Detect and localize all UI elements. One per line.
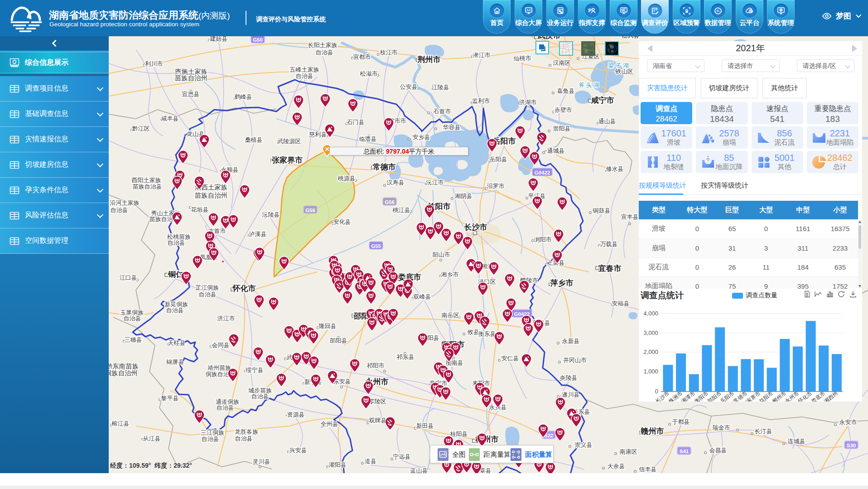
svg-text:长汀县: 长汀县 bbox=[755, 428, 772, 435]
svg-text:黔江区: 黔江区 bbox=[132, 125, 150, 132]
svg-text:潜江市: 潜江市 bbox=[473, 52, 491, 58]
svg-text:汉寿县: 汉寿县 bbox=[387, 179, 405, 186]
svg-text:萍乡市: 萍乡市 bbox=[550, 279, 574, 287]
svg-text:P: P bbox=[588, 8, 591, 13]
svg-text:韶山市: 韶山市 bbox=[432, 251, 450, 258]
svg-text:榕江县: 榕江县 bbox=[111, 420, 130, 427]
svg-text:灵川县: 灵川县 bbox=[253, 458, 270, 465]
svg-text:修水县: 修水县 bbox=[606, 165, 624, 172]
svg-text:全州县: 全州县 bbox=[321, 421, 338, 427]
svg-text:桃江县: 桃江县 bbox=[392, 207, 410, 213]
svg-text:1,000: 1,000 bbox=[643, 368, 658, 375]
svg-text:松滋市: 松滋市 bbox=[360, 70, 378, 77]
svg-text:侗族自治州: 侗族自治州 bbox=[109, 369, 138, 377]
svg-text:瑞金市: 瑞金市 bbox=[713, 424, 730, 431]
svg-text:自治县: 自治县 bbox=[316, 49, 333, 56]
svg-text:邵阳县: 邵阳县 bbox=[330, 337, 347, 344]
svg-text:安乡县: 安乡县 bbox=[413, 134, 430, 140]
svg-text:宣恩县: 宣恩县 bbox=[182, 91, 200, 97]
svg-text:芷江侗族: 芷江侗族 bbox=[195, 284, 219, 291]
svg-text:枝江市: 枝江市 bbox=[380, 49, 398, 56]
svg-text:S41: S41 bbox=[680, 449, 689, 454]
svg-text:铜鼓县: 铜鼓县 bbox=[593, 207, 611, 214]
svg-text:三江侗族: 三江侗族 bbox=[201, 429, 224, 436]
svg-text:咸宁市: 咸宁市 bbox=[591, 96, 614, 105]
svg-text:华容县: 华容县 bbox=[443, 124, 461, 131]
svg-text:长沙市: 长沙市 bbox=[464, 223, 487, 232]
svg-text:咸丰县: 咸丰县 bbox=[161, 115, 179, 122]
svg-text:资源县: 资源县 bbox=[287, 411, 305, 418]
svg-text:南康区: 南康区 bbox=[620, 448, 637, 455]
svg-text:石首市: 石首市 bbox=[434, 108, 451, 115]
svg-text:从江县: 从江县 bbox=[143, 435, 161, 442]
svg-text:炎陵县: 炎陵县 bbox=[560, 374, 578, 381]
svg-text:荆州市: 荆州市 bbox=[417, 55, 441, 64]
svg-text:江陵县: 江陵县 bbox=[432, 84, 449, 91]
svg-text:斧 头 湖: 斧 头 湖 bbox=[579, 82, 599, 88]
svg-text:苗族自治州: 苗族自治州 bbox=[175, 74, 208, 82]
svg-text:黎平县: 黎平县 bbox=[161, 395, 179, 402]
svg-text:靖州苗族: 靖州苗族 bbox=[207, 364, 231, 371]
svg-text:新田县: 新田县 bbox=[416, 422, 434, 429]
svg-text:2,000: 2,000 bbox=[643, 349, 658, 355]
svg-text:建始县: 建始县 bbox=[210, 36, 228, 42]
svg-text:双峰县: 双峰县 bbox=[413, 293, 431, 300]
svg-text:赣州市: 赣州市 bbox=[641, 427, 664, 436]
svg-text:双牌县: 双牌县 bbox=[369, 417, 387, 424]
svg-text:井冈山市: 井冈山市 bbox=[563, 357, 587, 363]
svg-text:嘉鱼县: 嘉鱼县 bbox=[557, 87, 575, 94]
svg-text:道县: 道县 bbox=[365, 458, 376, 465]
svg-text:汨罗市: 汨罗市 bbox=[487, 183, 505, 189]
svg-text:信丰县: 信丰县 bbox=[639, 466, 657, 473]
svg-text:自治县: 自治县 bbox=[202, 436, 219, 442]
svg-text:湘阴县: 湘阴县 bbox=[455, 193, 473, 199]
svg-text:南岳区: 南岳区 bbox=[442, 312, 459, 319]
svg-text:4,000: 4,000 bbox=[643, 310, 658, 317]
svg-text:自治县: 自治县 bbox=[235, 435, 253, 442]
svg-text:洪江市: 洪江市 bbox=[217, 315, 235, 322]
svg-text:自治县: 自治县 bbox=[217, 404, 234, 411]
svg-text:祁东县: 祁东县 bbox=[397, 353, 415, 360]
svg-text:汉南区: 汉南区 bbox=[553, 59, 571, 66]
svg-text:黔东南苗族: 黔东南苗族 bbox=[109, 363, 139, 370]
svg-text:沅陵县: 沅陵县 bbox=[262, 211, 280, 218]
svg-text:花垣县: 花垣县 bbox=[191, 206, 209, 213]
svg-text:慈利县: 慈利县 bbox=[309, 131, 327, 138]
svg-text:宁远县: 宁远县 bbox=[393, 453, 411, 460]
svg-text:通山县: 通山县 bbox=[598, 118, 616, 125]
svg-text:永安市: 永安市 bbox=[839, 419, 857, 426]
svg-text:蓝山县: 蓝山县 bbox=[410, 467, 428, 473]
svg-text:江口县: 江口县 bbox=[120, 274, 137, 281]
svg-text:桂阳县: 桂阳县 bbox=[450, 431, 468, 437]
svg-text:会昌县: 会昌县 bbox=[709, 447, 727, 454]
svg-text:会同县: 会同县 bbox=[212, 342, 230, 349]
svg-text:酉阳土家族: 酉阳土家族 bbox=[132, 177, 161, 184]
svg-text:自治县: 自治县 bbox=[124, 315, 141, 322]
svg-text:锦屏县: 锦屏县 bbox=[166, 358, 184, 365]
svg-text:宜春市: 宜春市 bbox=[598, 264, 622, 273]
svg-text:G50: G50 bbox=[253, 37, 263, 43]
svg-text:绥宁县: 绥宁县 bbox=[246, 367, 264, 373]
svg-text:隆回县: 隆回县 bbox=[319, 323, 337, 329]
svg-text:湘乡市: 湘乡市 bbox=[441, 271, 459, 278]
svg-text:崇阳县: 崇阳县 bbox=[553, 125, 571, 132]
svg-text:怀化市: 怀化市 bbox=[232, 284, 256, 293]
svg-text:武汉市: 武汉市 bbox=[537, 36, 561, 40]
svg-text:自治县: 自治县 bbox=[168, 239, 185, 246]
svg-text:自治县: 自治县 bbox=[296, 73, 313, 79]
svg-text:鹤峰县: 鹤峰县 bbox=[235, 93, 252, 100]
svg-text:连城县: 连城县 bbox=[788, 438, 805, 445]
svg-text:沅江市: 沅江市 bbox=[426, 179, 444, 186]
svg-text:灌阳县: 灌阳县 bbox=[329, 461, 347, 468]
svg-text:浏阳市: 浏阳市 bbox=[534, 236, 552, 243]
svg-text:苗族自治县: 苗族自治县 bbox=[133, 183, 162, 190]
svg-text:永新县: 永新县 bbox=[562, 338, 580, 344]
svg-text:于都县: 于都县 bbox=[672, 418, 690, 425]
svg-text:自治县: 自治县 bbox=[251, 393, 269, 400]
svg-text:崇义县: 崇义县 bbox=[575, 441, 593, 448]
svg-text:安化县: 安化县 bbox=[333, 218, 351, 225]
svg-text:大余县: 大余县 bbox=[608, 463, 625, 470]
svg-text:洪湖市: 洪湖市 bbox=[519, 99, 537, 106]
svg-text:G56: G56 bbox=[305, 208, 315, 213]
svg-text:常德市: 常德市 bbox=[373, 163, 396, 171]
